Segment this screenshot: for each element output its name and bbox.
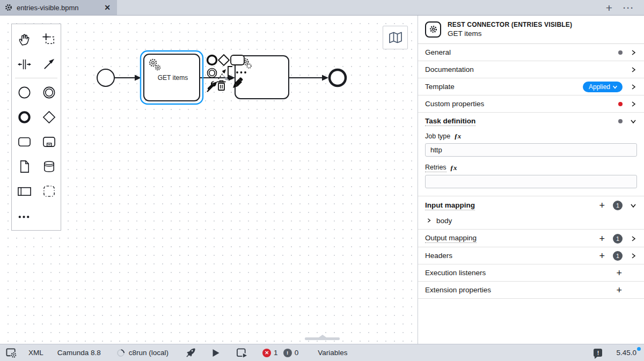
section-row-output-mapping[interactable]: Output mapping + 1	[418, 230, 644, 247]
sequence-flow-1[interactable]	[115, 75, 141, 81]
connect-tool-icon[interactable]	[36, 51, 61, 76]
create-gateway-icon[interactable]	[36, 105, 61, 129]
count-badge: 1	[613, 251, 623, 261]
create-participant-icon[interactable]	[12, 179, 36, 203]
create-subprocess-icon[interactable]	[36, 129, 61, 154]
add-extension-property-button[interactable]: +	[616, 285, 623, 295]
tab-entries-visible[interactable]: entries-visible.bpmn ✕	[0, 0, 117, 15]
more-entries-icon[interactable]	[236, 71, 246, 73]
error-count[interactable]: ✕ 1	[262, 349, 278, 357]
chevron-right-icon[interactable]	[630, 84, 636, 90]
lasso-tool-icon[interactable]	[36, 27, 61, 51]
trash-icon[interactable]	[217, 81, 226, 91]
chevron-right-icon[interactable]	[630, 235, 636, 242]
section-row-custom-properties[interactable]: Custom properties	[418, 95, 644, 113]
space-tool-icon[interactable]	[12, 51, 36, 76]
chevron-right-icon[interactable]	[630, 49, 636, 56]
section-label: Custom properties	[425, 100, 484, 108]
run-label: c8run (local)	[129, 349, 169, 357]
feedback-icon[interactable]: !	[594, 349, 602, 357]
section-row-extension-properties[interactable]: Extension properties +	[418, 282, 644, 299]
task-get-items[interactable]: GET items	[144, 54, 200, 101]
sequence-flow-2[interactable]	[200, 75, 235, 81]
bpmn-gear-icon	[5, 4, 12, 11]
create-start-event-icon[interactable]	[12, 80, 36, 105]
template-applied-badge[interactable]: Applied	[583, 82, 623, 92]
add-execution-listener-button[interactable]: +	[616, 268, 623, 278]
section-row-input-mapping[interactable]: Input mapping + 1	[418, 197, 644, 214]
engine-config-button[interactable]	[5, 347, 18, 358]
sequence-flow-3[interactable]	[289, 75, 328, 81]
rocket-icon	[186, 348, 196, 358]
tab-close-icon[interactable]: ✕	[103, 3, 112, 12]
add-input-button[interactable]: +	[598, 201, 605, 210]
hand-tool-icon[interactable]	[12, 27, 36, 51]
palette	[11, 24, 61, 231]
deploy-button[interactable]	[236, 348, 247, 358]
engine-version-label[interactable]: Camunda 8.8	[57, 349, 101, 357]
variables-toggle[interactable]: Variables	[318, 349, 347, 357]
create-end-event-icon[interactable]	[12, 105, 36, 129]
input-mapping-item-body[interactable]: body	[418, 214, 644, 230]
chevron-right-icon[interactable]	[630, 67, 636, 73]
section-label: Task definition	[425, 117, 475, 126]
section-label: Output mapping	[425, 234, 477, 243]
append-intermediate-event-icon[interactable]	[208, 69, 217, 78]
warning-icon: !	[283, 349, 292, 357]
create-group-icon[interactable]	[36, 179, 61, 203]
play-icon	[212, 349, 220, 357]
feel-fx-icon[interactable]: ƒx	[454, 132, 461, 141]
deploy-rocket-button[interactable]	[186, 348, 196, 358]
new-tab-button[interactable]: +	[606, 2, 612, 13]
end-event[interactable]	[330, 70, 346, 86]
chevron-down-icon	[612, 84, 618, 90]
create-data-store-icon[interactable]	[36, 154, 61, 179]
section-row-task-definition[interactable]: Task definition	[418, 113, 644, 130]
start-event[interactable]	[97, 69, 114, 86]
chevron-right-icon[interactable]	[630, 101, 636, 107]
append-end-event-icon[interactable]	[208, 56, 217, 65]
section-label: Headers	[425, 252, 452, 260]
section-row-execution-listeners[interactable]: Execution listeners +	[418, 264, 644, 282]
run-status[interactable]: c8run (local)	[117, 349, 169, 357]
window-gear-icon	[5, 347, 18, 358]
minimap-toggle-button[interactable]	[383, 26, 408, 49]
add-header-button[interactable]: +	[598, 251, 605, 261]
append-gateway-icon[interactable]	[218, 55, 229, 65]
append-task-icon[interactable]	[231, 55, 244, 65]
section-row-documentation[interactable]: Documentation	[418, 61, 644, 78]
section-row-template[interactable]: Template Applied	[418, 78, 644, 95]
job-type-input[interactable]	[425, 143, 637, 157]
bottom-panel-handle[interactable]	[305, 337, 340, 340]
retries-input[interactable]	[425, 175, 637, 188]
chevron-down-icon[interactable]	[630, 118, 636, 124]
badge-label: Applied	[589, 83, 610, 91]
feel-fx-icon[interactable]: ƒx	[450, 164, 457, 172]
camunda-modeler-window: entries-visible.bpmn ✕ + ···	[0, 0, 644, 361]
create-task-icon[interactable]	[12, 129, 36, 154]
tab-overflow-menu-icon[interactable]: ···	[623, 3, 634, 12]
section-row-general[interactable]: General	[418, 44, 644, 61]
bpmn-canvas[interactable]: GET items	[0, 16, 418, 344]
create-intermediate-event-icon[interactable]	[36, 80, 61, 105]
retries-label: Retries	[425, 164, 447, 172]
start-instance-button[interactable]	[212, 349, 220, 357]
xml-toggle[interactable]: XML	[28, 349, 43, 357]
create-data-object-icon[interactable]	[12, 154, 36, 179]
version-label[interactable]: 5.45.0	[616, 349, 636, 357]
text-annotation-icon[interactable]	[223, 67, 232, 80]
status-bar: XML Camunda 8.8 c8run (local) ✕	[0, 344, 644, 361]
chevron-right-icon[interactable]	[426, 218, 431, 223]
palette-more-icon[interactable]	[12, 203, 36, 228]
section-row-headers[interactable]: Headers + 1	[418, 247, 644, 264]
spinner-icon	[115, 348, 126, 358]
error-count-label: 1	[274, 349, 278, 357]
chevron-down-icon[interactable]	[630, 202, 636, 209]
task-definition-body: Job type ƒx Retries ƒx	[418, 132, 644, 196]
properties-panel: REST CONNECTOR (ENTRIES VISIBLE) GET ite…	[418, 16, 644, 344]
chevron-right-icon[interactable]	[630, 253, 636, 259]
add-output-button[interactable]: +	[598, 234, 605, 244]
list-item-label: body	[436, 217, 452, 225]
warning-count[interactable]: ! 0	[283, 349, 299, 357]
task-label: GET items	[158, 74, 188, 82]
